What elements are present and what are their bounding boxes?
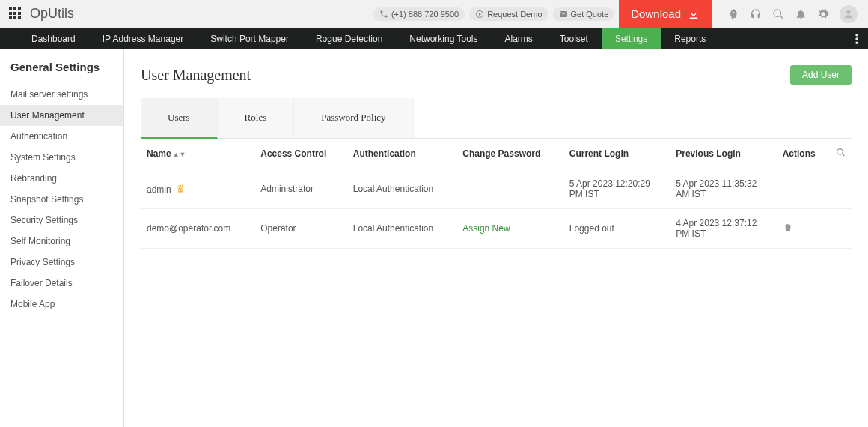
download-label: Download [631,7,681,20]
cell-name: demo@operator.com [141,209,254,249]
request-demo-text: Request Demo [487,10,542,19]
rocket-icon[interactable] [727,8,739,20]
tab-roles[interactable]: Roles [218,98,295,138]
cell-auth: Local Authentication [347,169,457,209]
get-quote-pill[interactable]: Get Quote [553,7,615,21]
apps-grid-icon[interactable] [9,7,22,21]
tab-users[interactable]: Users [141,98,218,139]
add-user-button[interactable]: Add User [790,65,852,85]
cell-change-password: Assign New [456,209,563,249]
sidebar-item-mail-server-settings[interactable]: Mail server settings [0,84,123,105]
sidebar-item-mobile-app[interactable]: Mobile App [0,294,123,315]
cell-access: Operator [254,209,347,249]
mainnav-item-switch-port-mapper[interactable]: Switch Port Mapper [197,28,302,49]
mainnav-item-rogue-detection[interactable]: Rogue Detection [302,28,396,49]
brand-label: OpUtils [30,6,74,22]
topbar: OpUtils (+1) 888 720 9500 Request Demo G… [0,0,868,28]
sidebar-item-system-settings[interactable]: System Settings [0,147,123,168]
sort-icon: ▲▼ [173,151,186,158]
cell-previous: 4 Apr 2023 12:37:12 PM IST [670,209,776,249]
sidebar-item-failover-details[interactable]: Failover Details [0,273,123,294]
th-current[interactable]: Current Login [563,139,670,169]
th-access[interactable]: Access Control [254,139,347,169]
page-header: User Management Add User [141,65,852,85]
th-search[interactable] [830,139,852,169]
get-quote-text: Get Quote [571,10,609,19]
mainnav-item-alarms[interactable]: Alarms [492,28,546,49]
layout: General Settings Mail server settingsUse… [0,49,868,427]
mainnav-item-ip-address-manager[interactable]: IP Address Manager [89,28,198,49]
mainnav-item-networking-tools[interactable]: Networking Tools [396,28,491,49]
cell-current: Logged out [563,209,670,249]
th-name[interactable]: Name▲▼ [141,139,254,169]
content: User Management Add User UsersRolesPassw… [124,49,868,427]
download-button[interactable]: Download [619,0,712,28]
cell-actions [777,209,830,249]
cell-actions [777,169,830,209]
mainnav-item-dashboard[interactable]: Dashboard [18,28,89,49]
sidebar-item-snapshot-settings[interactable]: Snapshot Settings [0,189,123,210]
sidebar-item-user-management[interactable]: User Management [0,105,123,126]
more-menu-icon[interactable] [846,28,868,49]
cell-change-password [456,169,563,209]
topbar-icon-group [717,5,868,23]
download-icon [687,7,700,21]
sidebar-item-privacy-settings[interactable]: Privacy Settings [0,252,123,273]
headset-icon[interactable] [750,8,762,20]
cell-current: 5 Apr 2023 12:20:29 PM IST [563,169,670,209]
svg-point-2 [855,37,858,40]
th-change-pw[interactable]: Change Password [456,139,563,169]
demo-icon [475,10,484,19]
cell-previous: 5 Apr 2023 11:35:32 AM IST [670,169,776,209]
th-previous[interactable]: Previous Login [670,139,776,169]
sidebar-item-authentication[interactable]: Authentication [0,126,123,147]
users-table: Name▲▼ Access Control Authentication Cha… [141,139,852,249]
sidebar-item-self-monitoring[interactable]: Self Monitoring [0,231,123,252]
sidebar-title: General Settings [0,61,123,84]
sidebar: General Settings Mail server settingsUse… [0,49,124,427]
th-actions: Actions [777,139,830,169]
request-demo-pill[interactable]: Request Demo [469,7,548,21]
mainnav-item-settings[interactable]: Settings [602,28,661,49]
sidebar-item-security-settings[interactable]: Security Settings [0,210,123,231]
avatar-icon[interactable] [840,5,858,23]
assign-new-link[interactable]: Assign New [462,223,510,234]
tab-password-policy[interactable]: Password Policy [294,98,413,138]
cell-auth: Local Authentication [347,209,457,249]
trash-icon[interactable] [783,225,793,235]
phone-pill[interactable]: (+1) 888 720 9500 [373,7,465,21]
svg-point-1 [855,34,858,37]
page-title: User Management [141,67,251,84]
cell-name: admin♛ [141,169,254,209]
mainnav-item-reports[interactable]: Reports [661,28,719,49]
gear-icon[interactable] [817,8,829,20]
cell-access: Administrator [254,169,347,209]
mainnav-item-toolset[interactable]: Toolset [546,28,602,49]
search-icon[interactable] [772,8,784,20]
svg-point-3 [855,41,858,44]
tabs: UsersRolesPassword Policy [141,98,852,139]
crown-icon: ♛ [176,183,186,195]
table-row: admin♛AdministratorLocal Authentication5… [141,169,852,209]
phone-icon [379,10,388,19]
bell-icon[interactable] [795,8,807,20]
sidebar-item-rebranding[interactable]: Rebranding [0,168,123,189]
topbar-right: (+1) 888 720 9500 Request Demo Get Quote… [373,0,868,28]
table-row: demo@operator.comOperatorLocal Authentic… [141,209,852,249]
main-nav: DashboardIP Address ManagerSwitch Port M… [0,28,868,49]
quote-icon [559,10,568,19]
phone-text: (+1) 888 720 9500 [391,10,459,19]
th-auth[interactable]: Authentication [347,139,457,169]
